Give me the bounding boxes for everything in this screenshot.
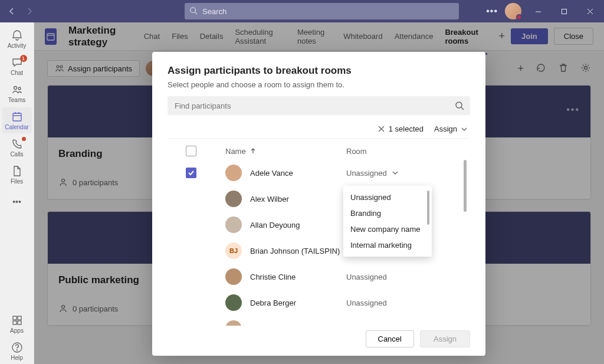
titlebar: ••• (0, 0, 604, 22)
header-room[interactable]: Room (346, 147, 367, 156)
participant-name: Alex Wilber (250, 195, 289, 204)
svg-rect-15 (18, 321, 21, 324)
app-sidebar: Activity 1Chat Teams Calendar Calls File… (0, 22, 34, 364)
participant-name: Diego Siciliani (250, 324, 298, 326)
modal-title: Assign participants to breakout rooms (168, 65, 470, 77)
sidebar-help[interactable]: Help (2, 338, 32, 364)
room-value: Unassigned (346, 273, 387, 281)
sidebar-files[interactable]: Files (2, 162, 32, 188)
assign-button[interactable]: Assign (420, 330, 470, 347)
participant-name: Adele Vance (250, 169, 293, 178)
assign-participants-modal: Assign participants to breakout rooms Se… (152, 52, 485, 356)
cancel-button[interactable]: Cancel (366, 330, 414, 347)
calls-dot (22, 137, 26, 141)
room-value: Unassigned (346, 299, 387, 307)
search-wrap (185, 3, 459, 19)
find-participants-input[interactable] (168, 96, 470, 115)
room-selector[interactable]: Unassigned (346, 324, 464, 326)
room-value: Unassigned (346, 324, 387, 326)
room-selector[interactable]: Unassigned (346, 299, 464, 307)
assign-dropdown-label: Assign (434, 124, 457, 133)
modal-subtitle: Select people and choose a room to assig… (168, 80, 470, 89)
svg-point-7 (18, 87, 21, 90)
room-value: Unassigned (346, 169, 387, 178)
sidebar-item-label: Chat (11, 70, 23, 76)
dropdown-option[interactable]: Unassigned (343, 189, 432, 205)
participant-row[interactable]: Debra BergerUnassigned (168, 290, 470, 316)
participant-name: Debra Berger (250, 299, 296, 307)
sidebar-chat[interactable]: 1Chat (2, 53, 32, 79)
svg-rect-8 (13, 113, 21, 121)
table-header: Name Room (168, 138, 470, 160)
participant-list: Unassigned Branding New company name Int… (168, 160, 470, 326)
sidebar-more[interactable]: ••• (2, 189, 32, 215)
svg-rect-3 (562, 9, 566, 14)
participant-row[interactable]: Christie ClineUnassigned (168, 264, 470, 290)
participant-row[interactable]: Diego SicilianiUnassigned (168, 316, 470, 326)
svg-rect-14 (13, 321, 17, 324)
dropdown-option[interactable]: New company name (343, 221, 432, 237)
sidebar-apps[interactable]: Apps (2, 311, 32, 337)
sidebar-item-label: Teams (8, 97, 25, 103)
sidebar-item-label: Calendar (5, 124, 29, 130)
svg-line-1 (195, 12, 198, 15)
svg-point-0 (191, 8, 196, 13)
sidebar-item-label: Help (11, 355, 23, 361)
sidebar-calendar[interactable]: Calendar (2, 107, 32, 133)
svg-point-17 (17, 350, 17, 350)
room-dropdown: Unassigned Branding New company name Int… (343, 186, 432, 257)
row-checkbox[interactable] (186, 168, 196, 178)
selection-row: 1 selected Assign (168, 120, 470, 138)
more-icon[interactable]: ••• (486, 6, 498, 17)
room-selector[interactable]: Unassigned (346, 273, 464, 281)
sidebar-item-label: Files (11, 178, 23, 185)
sidebar-teams[interactable]: Teams (2, 80, 32, 106)
svg-line-26 (461, 107, 464, 110)
chat-badge: 1 (20, 55, 27, 62)
sort-up-icon (250, 147, 257, 155)
search-input[interactable] (185, 3, 459, 19)
avatar (225, 294, 242, 311)
svg-point-6 (14, 86, 17, 89)
avatar (225, 320, 242, 326)
sidebar-item-label: Activity (8, 42, 27, 49)
minimize-button[interactable] (528, 2, 547, 21)
select-all-checkbox[interactable] (186, 146, 196, 156)
svg-rect-13 (18, 316, 21, 320)
header-name[interactable]: Name (225, 147, 246, 156)
sidebar-activity[interactable]: Activity (2, 26, 32, 52)
close-window-button[interactable] (580, 2, 599, 21)
search-icon (455, 101, 464, 110)
avatar (225, 191, 242, 207)
participant-row[interactable]: Adele VanceUnassigned (168, 160, 470, 186)
titlebar-right: ••• (486, 2, 599, 21)
modal-footer: Cancel Assign (168, 326, 470, 347)
search-icon (189, 6, 198, 15)
selected-count: 1 selected (389, 124, 424, 133)
maximize-button[interactable] (554, 2, 573, 21)
clear-selection[interactable]: 1 selected (378, 124, 424, 133)
avatar: BJ (225, 242, 242, 259)
sidebar-item-label: Calls (10, 151, 23, 158)
avatar (225, 165, 242, 181)
user-avatar[interactable] (505, 3, 521, 19)
scrollbar[interactable] (464, 160, 467, 212)
participant-name: Allan Deyoung (250, 221, 300, 229)
svg-rect-12 (13, 316, 17, 320)
participant-name: Christie Cline (250, 273, 296, 281)
svg-point-25 (456, 102, 462, 108)
nav-back-button[interactable] (5, 4, 19, 18)
dropdown-option[interactable]: Branding (343, 205, 432, 221)
room-selector[interactable]: Unassigned (346, 169, 464, 178)
dropdown-option[interactable]: Internal marketing (343, 237, 432, 253)
assign-dropdown[interactable]: Assign (434, 124, 468, 133)
status-dot (516, 14, 522, 20)
sidebar-item-label: Apps (10, 327, 24, 334)
avatar (225, 268, 242, 285)
avatar (225, 217, 242, 233)
participant-name: Brian Johnson (TAILSPIN) (250, 247, 340, 255)
sidebar-calls[interactable]: Calls (2, 135, 32, 160)
chevron-down-icon (461, 126, 468, 133)
nav-forward-button[interactable] (22, 4, 37, 18)
scrollbar[interactable] (427, 191, 429, 225)
